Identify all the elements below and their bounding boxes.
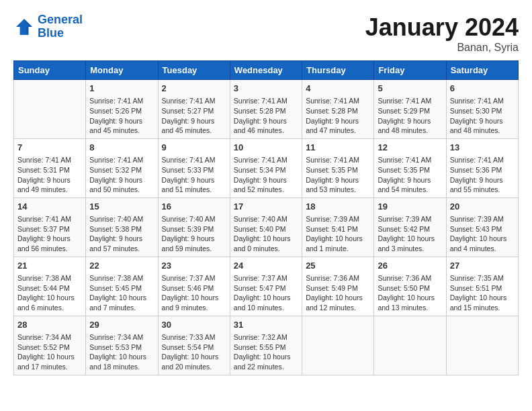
logo-line1: General — [38, 13, 83, 26]
day-info: Sunrise: 7:39 AM Sunset: 5:42 PM Dayligh… — [378, 214, 442, 254]
calendar-cell: 25Sunrise: 7:36 AM Sunset: 5:49 PM Dayli… — [302, 257, 374, 316]
day-number: 4 — [306, 83, 370, 95]
calendar-cell: 24Sunrise: 7:37 AM Sunset: 5:47 PM Dayli… — [230, 257, 302, 316]
calendar-week-2: 7Sunrise: 7:41 AM Sunset: 5:31 PM Daylig… — [14, 138, 519, 197]
day-info: Sunrise: 7:37 AM Sunset: 5:47 PM Dayligh… — [234, 273, 298, 313]
calendar-cell: 20Sunrise: 7:39 AM Sunset: 5:43 PM Dayli… — [446, 197, 518, 257]
calendar-cell: 13Sunrise: 7:41 AM Sunset: 5:36 PM Dayli… — [446, 138, 518, 197]
page-header: General Blue January 2024 Banan, Syria — [13, 13, 519, 54]
location: Banan, Syria — [365, 42, 519, 54]
day-info: Sunrise: 7:40 AM Sunset: 5:39 PM Dayligh… — [162, 214, 226, 254]
day-number: 13 — [450, 142, 515, 154]
logo-icon — [13, 16, 35, 38]
day-number: 12 — [378, 142, 442, 154]
calendar-cell: 6Sunrise: 7:41 AM Sunset: 5:30 PM Daylig… — [446, 80, 518, 139]
calendar-cell: 15Sunrise: 7:40 AM Sunset: 5:38 PM Dayli… — [86, 197, 158, 257]
day-number: 18 — [306, 201, 370, 213]
day-info: Sunrise: 7:34 AM Sunset: 5:53 PM Dayligh… — [89, 332, 154, 372]
day-info: Sunrise: 7:41 AM Sunset: 5:29 PM Dayligh… — [378, 96, 442, 136]
day-number: 25 — [306, 260, 370, 272]
day-number: 11 — [306, 142, 370, 154]
day-info: Sunrise: 7:36 AM Sunset: 5:49 PM Dayligh… — [306, 273, 370, 313]
day-number: 6 — [450, 83, 515, 95]
logo-text: General Blue — [38, 13, 83, 40]
day-info: Sunrise: 7:35 AM Sunset: 5:51 PM Dayligh… — [450, 273, 515, 313]
title-block: January 2024 Banan, Syria — [365, 13, 519, 54]
calendar-cell: 30Sunrise: 7:33 AM Sunset: 5:54 PM Dayli… — [158, 316, 230, 375]
weekday-header-row: SundayMondayTuesdayWednesdayThursdayFrid… — [14, 61, 519, 80]
weekday-header-saturday: Saturday — [446, 61, 518, 80]
day-number: 9 — [162, 142, 226, 154]
day-number: 17 — [234, 201, 298, 213]
day-info: Sunrise: 7:41 AM Sunset: 5:37 PM Dayligh… — [17, 214, 82, 254]
day-number: 24 — [234, 260, 298, 272]
calendar-body: 1Sunrise: 7:41 AM Sunset: 5:26 PM Daylig… — [14, 80, 519, 375]
day-info: Sunrise: 7:41 AM Sunset: 5:28 PM Dayligh… — [234, 96, 298, 136]
day-number: 8 — [89, 142, 154, 154]
calendar-cell — [14, 80, 86, 139]
day-number: 30 — [162, 319, 226, 331]
calendar-week-1: 1Sunrise: 7:41 AM Sunset: 5:26 PM Daylig… — [14, 80, 519, 139]
calendar-cell — [374, 316, 446, 375]
day-number: 10 — [234, 142, 298, 154]
day-number: 29 — [89, 319, 154, 331]
day-number: 2 — [162, 83, 226, 95]
weekday-header-thursday: Thursday — [302, 61, 374, 80]
day-number: 16 — [162, 201, 226, 213]
day-info: Sunrise: 7:34 AM Sunset: 5:52 PM Dayligh… — [17, 332, 82, 372]
calendar-cell: 9Sunrise: 7:41 AM Sunset: 5:33 PM Daylig… — [158, 138, 230, 197]
day-info: Sunrise: 7:41 AM Sunset: 5:32 PM Dayligh… — [89, 155, 154, 195]
weekday-header-friday: Friday — [374, 61, 446, 80]
day-info: Sunrise: 7:38 AM Sunset: 5:44 PM Dayligh… — [17, 273, 82, 313]
calendar-cell: 5Sunrise: 7:41 AM Sunset: 5:29 PM Daylig… — [374, 80, 446, 139]
day-info: Sunrise: 7:40 AM Sunset: 5:38 PM Dayligh… — [89, 214, 154, 254]
calendar-cell: 19Sunrise: 7:39 AM Sunset: 5:42 PM Dayli… — [374, 197, 446, 257]
day-info: Sunrise: 7:41 AM Sunset: 5:35 PM Dayligh… — [306, 155, 370, 195]
day-number: 28 — [17, 319, 82, 331]
day-info: Sunrise: 7:41 AM Sunset: 5:31 PM Dayligh… — [17, 155, 82, 195]
calendar-week-3: 14Sunrise: 7:41 AM Sunset: 5:37 PM Dayli… — [14, 197, 519, 257]
calendar-table: SundayMondayTuesdayWednesdayThursdayFrid… — [13, 60, 519, 375]
calendar-cell: 22Sunrise: 7:38 AM Sunset: 5:45 PM Dayli… — [86, 257, 158, 316]
day-number: 20 — [450, 201, 515, 213]
calendar-cell: 27Sunrise: 7:35 AM Sunset: 5:51 PM Dayli… — [446, 257, 518, 316]
day-number: 1 — [89, 83, 154, 95]
day-number: 31 — [234, 319, 298, 331]
day-number: 3 — [234, 83, 298, 95]
calendar-cell: 12Sunrise: 7:41 AM Sunset: 5:35 PM Dayli… — [374, 138, 446, 197]
calendar-header: SundayMondayTuesdayWednesdayThursdayFrid… — [14, 61, 519, 80]
calendar-cell: 10Sunrise: 7:41 AM Sunset: 5:34 PM Dayli… — [230, 138, 302, 197]
day-number: 23 — [162, 260, 226, 272]
day-number: 5 — [378, 83, 442, 95]
calendar-cell: 21Sunrise: 7:38 AM Sunset: 5:44 PM Dayli… — [14, 257, 86, 316]
day-info: Sunrise: 7:32 AM Sunset: 5:55 PM Dayligh… — [234, 332, 298, 372]
day-info: Sunrise: 7:41 AM Sunset: 5:34 PM Dayligh… — [234, 155, 298, 195]
day-info: Sunrise: 7:41 AM Sunset: 5:36 PM Dayligh… — [450, 155, 515, 195]
calendar-cell: 7Sunrise: 7:41 AM Sunset: 5:31 PM Daylig… — [14, 138, 86, 197]
day-number: 14 — [17, 201, 82, 213]
weekday-header-tuesday: Tuesday — [158, 61, 230, 80]
calendar-cell: 2Sunrise: 7:41 AM Sunset: 5:27 PM Daylig… — [158, 80, 230, 139]
day-number: 15 — [89, 201, 154, 213]
calendar-cell: 16Sunrise: 7:40 AM Sunset: 5:39 PM Dayli… — [158, 197, 230, 257]
calendar-cell: 4Sunrise: 7:41 AM Sunset: 5:28 PM Daylig… — [302, 80, 374, 139]
day-number: 7 — [17, 142, 82, 154]
day-info: Sunrise: 7:41 AM Sunset: 5:33 PM Dayligh… — [162, 155, 226, 195]
day-number: 19 — [378, 201, 442, 213]
day-info: Sunrise: 7:41 AM Sunset: 5:28 PM Dayligh… — [306, 96, 370, 136]
calendar-week-4: 21Sunrise: 7:38 AM Sunset: 5:44 PM Dayli… — [14, 257, 519, 316]
day-info: Sunrise: 7:36 AM Sunset: 5:50 PM Dayligh… — [378, 273, 442, 313]
weekday-header-monday: Monday — [86, 61, 158, 80]
calendar-week-5: 28Sunrise: 7:34 AM Sunset: 5:52 PM Dayli… — [14, 316, 519, 375]
calendar-cell: 1Sunrise: 7:41 AM Sunset: 5:26 PM Daylig… — [86, 80, 158, 139]
day-number: 21 — [17, 260, 82, 272]
day-number: 22 — [89, 260, 154, 272]
logo: General Blue — [13, 13, 83, 40]
calendar-cell: 3Sunrise: 7:41 AM Sunset: 5:28 PM Daylig… — [230, 80, 302, 139]
day-info: Sunrise: 7:37 AM Sunset: 5:46 PM Dayligh… — [162, 273, 226, 313]
day-info: Sunrise: 7:40 AM Sunset: 5:40 PM Dayligh… — [234, 214, 298, 254]
calendar-cell — [446, 316, 518, 375]
day-info: Sunrise: 7:41 AM Sunset: 5:26 PM Dayligh… — [89, 96, 154, 136]
calendar-cell: 17Sunrise: 7:40 AM Sunset: 5:40 PM Dayli… — [230, 197, 302, 257]
day-info: Sunrise: 7:38 AM Sunset: 5:45 PM Dayligh… — [89, 273, 154, 313]
